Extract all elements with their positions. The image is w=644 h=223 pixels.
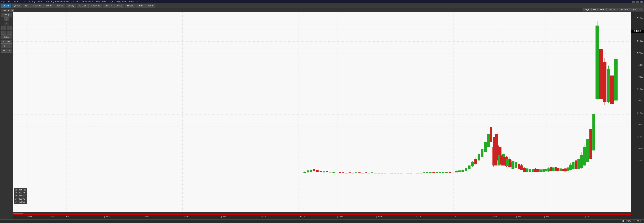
menu-alert[interactable]: Alert: [54, 4, 65, 8]
price-5000: 5000: [638, 160, 643, 162]
scroll-thumb[interactable]: [14, 212, 24, 214]
exit-button[interactable]: Exit: [630, 8, 638, 11]
svg-rect-71: [436, 172, 438, 173]
svg-rect-49: [365, 172, 367, 173]
time-2011: |2011: [221, 215, 227, 218]
price-30000: 30000: [637, 100, 643, 102]
svg-rect-78: [458, 170, 461, 172]
menu-more[interactable]: More: [146, 4, 155, 8]
scroll-area[interactable]: [13, 212, 631, 214]
intd-button[interactable]: <IntD>: [1, 44, 12, 48]
ohlc-high-label: H=: [15, 195, 17, 197]
price-10000: 10000: [637, 148, 643, 150]
indicator-icon[interactable]: €: [4, 22, 9, 26]
minimize-button[interactable]: —: [632, 1, 635, 3]
menu-news[interactable]: News: [115, 4, 124, 8]
svg-rect-66: [420, 173, 422, 173]
svg-rect-50: [368, 173, 370, 173]
menu-allcon[interactable]: AllCon: [77, 4, 89, 8]
svg-rect-36: [320, 171, 322, 172]
time-2007: |2007: [64, 215, 71, 218]
right-arrow-icon[interactable]: ►: [7, 26, 12, 30]
hist-button[interactable]: <Hist>: [1, 49, 12, 53]
setup-button[interactable]: Setup: [1, 13, 12, 17]
print-icon[interactable]: 🖨: [4, 17, 9, 21]
price-65000: 65000: [637, 17, 643, 19]
svg-rect-33: [310, 170, 312, 172]
left-arrow-icon[interactable]: ◄: [2, 26, 6, 30]
page-button[interactable]: Page: [583, 8, 591, 11]
tab-btcm[interactable]: BTC,M: [1, 9, 11, 12]
svg-rect-145: [557, 168, 560, 171]
save-button[interactable]: Save: [598, 8, 606, 11]
svg-rect-120: [512, 161, 514, 167]
price-tag: 60819: [631, 30, 644, 33]
menu-status[interactable]: Status: [31, 4, 43, 8]
menu-trade[interactable]: Trade: [125, 4, 136, 8]
ohlc-low-value: 43330: [18, 198, 25, 200]
window-button[interactable]: Window: [619, 8, 630, 11]
price-40000: 40000: [637, 76, 643, 78]
svg-rect-117: [504, 157, 506, 165]
svg-rect-148: [564, 168, 567, 171]
support-button[interactable]: Support: [606, 8, 618, 11]
title-bar-logo: CQG: [1, 1, 5, 3]
price-25000: 25000: [637, 112, 643, 114]
svg-rect-38: [326, 171, 328, 172]
plus-icons: ✚ ✚: [2, 31, 12, 35]
svg-rect-64: [410, 173, 412, 173]
ohlc-open-value: 43735: [18, 192, 25, 194]
menu-chart[interactable]: Chart: [1, 4, 11, 8]
ohlc-low-label: L=: [15, 198, 17, 200]
menu-ts[interactable]: T&S: [23, 4, 31, 8]
menu-options[interactable]: Options: [89, 4, 102, 8]
svg-rect-82: [468, 166, 471, 169]
svg-rect-40: [332, 172, 335, 173]
studies-button[interactable]: Studies: [1, 40, 12, 44]
ohlc-box: 01 Oct 21 O= 43735 H= 67680 L= 43330: [14, 188, 27, 204]
tab-add-button[interactable]: +: [11, 9, 14, 12]
svg-rect-72: [439, 172, 441, 173]
menu-ordtkt[interactable]: OrdTkt: [103, 4, 115, 8]
help-button[interactable]: ?: [638, 8, 643, 11]
menu-quote[interactable]: Quote: [12, 4, 22, 8]
time-2019: |2019: [516, 215, 522, 218]
svg-rect-56: [384, 173, 386, 173]
ohlc-open-line: O= 43735: [15, 191, 26, 194]
red-plus-icon[interactable]: ✚: [2, 31, 6, 35]
time-2006: |2006: [26, 215, 32, 218]
menu-rfqs[interactable]: RFQs: [136, 4, 145, 8]
menu-mscan[interactable]: MScan: [44, 4, 54, 8]
rescl-button[interactable]: ReSci: [1, 35, 12, 39]
chart-inner: 01 Oct 21 O= 43735 H= 67680 L= 43330: [13, 12, 631, 219]
menu-snapq[interactable]: SnapQ: [66, 4, 76, 8]
svg-rect-46: [355, 172, 358, 173]
svg-rect-52: [374, 173, 377, 173]
time-axis: |2006 |2007 |2008 |2009 |2010 |2011 |201…: [13, 214, 631, 219]
svg-rect-59: [394, 173, 396, 173]
arrow-button[interactable]: —►: [592, 8, 597, 11]
close-button[interactable]: ✕: [640, 1, 643, 3]
title-bar-controls: — □ ✕: [632, 1, 643, 3]
svg-rect-43: [346, 173, 348, 173]
title-bar-time: 12:22:20: [6, 1, 16, 3]
svg-rect-146: [560, 168, 562, 171]
svg-rect-60: [397, 173, 399, 173]
svg-rect-79: [462, 170, 464, 172]
svg-rect-73: [442, 172, 444, 173]
status-bar: NUM P004 12:22:21: [0, 219, 644, 223]
time-2017: |2017: [453, 215, 460, 218]
chart-area[interactable]: 01 Oct 21 O= 43735 H= 67680 L= 43330: [13, 12, 631, 212]
green-plus-icon[interactable]: ✚: [7, 31, 12, 35]
svg-rect-65: [416, 173, 418, 173]
svg-rect-58: [390, 173, 393, 173]
time-oct: Oct: [51, 215, 55, 218]
price-55000: 55000: [637, 40, 643, 42]
svg-rect-69: [429, 172, 432, 173]
price-20000: 20000: [637, 124, 643, 126]
maximize-button[interactable]: □: [636, 1, 639, 3]
time-2013: |2013: [298, 215, 305, 218]
svg-rect-42: [342, 172, 344, 173]
price-15000: 15000: [637, 136, 643, 138]
svg-rect-143: [552, 167, 554, 171]
